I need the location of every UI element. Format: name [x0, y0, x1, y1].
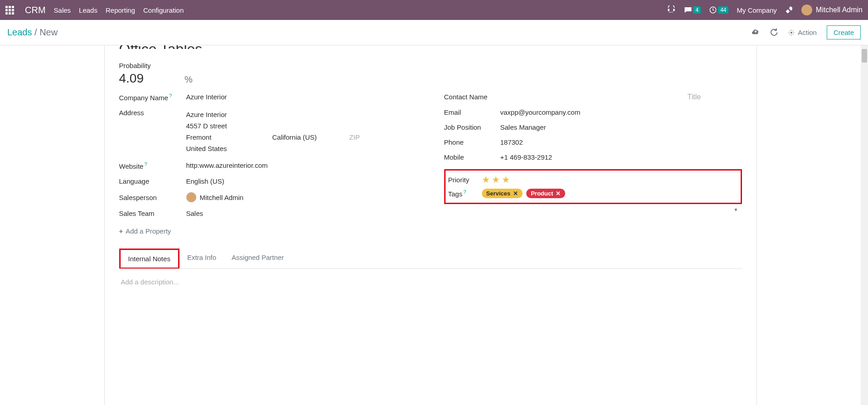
messages-icon[interactable]: 4	[684, 6, 701, 14]
nav-sales[interactable]: Sales	[54, 6, 71, 14]
nav-leads[interactable]: Leads	[79, 6, 97, 14]
user-name: Mitchell Admin	[816, 6, 863, 14]
top-navbar: CRM Sales Leads Reporting Configuration …	[0, 0, 868, 20]
breadcrumb-current: New	[39, 27, 58, 37]
activities-badge: 44	[718, 6, 728, 14]
apps-icon[interactable]	[5, 6, 14, 15]
svg-point-2	[790, 32, 792, 34]
nav-configuration[interactable]: Configuration	[143, 6, 184, 14]
control-panel: Leads / New Action Create	[0, 20, 868, 45]
cloud-upload-icon[interactable]	[752, 28, 760, 38]
breadcrumb: Leads / New	[7, 27, 58, 38]
discard-icon[interactable]	[770, 28, 778, 38]
avatar-icon	[801, 5, 812, 15]
action-dropdown[interactable]: Action	[788, 29, 817, 36]
breadcrumb-root[interactable]: Leads	[7, 27, 32, 37]
messages-badge: 4	[693, 6, 701, 14]
create-button[interactable]: Create	[827, 25, 861, 39]
phone-icon[interactable]	[667, 5, 676, 15]
company-switcher[interactable]: My Company	[737, 6, 776, 14]
user-menu[interactable]: Mitchell Admin	[801, 5, 863, 15]
nav-reporting[interactable]: Reporting	[106, 6, 135, 14]
activities-icon[interactable]: 44	[709, 6, 728, 14]
app-brand[interactable]: CRM	[25, 5, 46, 15]
tools-icon[interactable]	[785, 6, 793, 14]
